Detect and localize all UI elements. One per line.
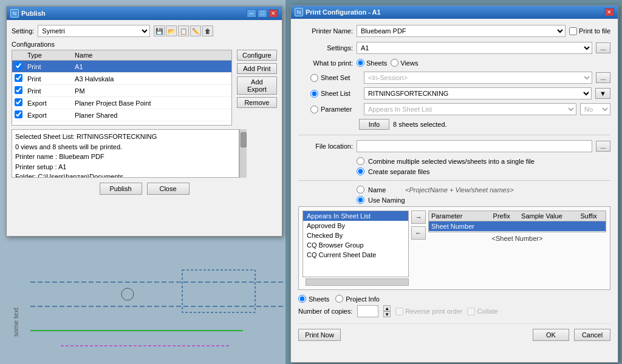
ok-button[interactable]: OK [533, 329, 569, 341]
sheet-preview: <Sheet Number> [428, 235, 606, 242]
sheet-set-radio[interactable] [310, 74, 318, 82]
name-value: <ProjectName + View/sheet names> [405, 186, 514, 194]
save-icon[interactable]: 💾 [154, 25, 165, 36]
file-location-row: File location: C:\Users\hanzan\Documents… [298, 140, 610, 152]
folder-open-icon[interactable]: 📂 [166, 25, 177, 36]
delete-icon[interactable]: 🗑 [202, 25, 213, 36]
sheet-set-select[interactable]: <In-Session> [364, 72, 592, 84]
print-to-file-checkbox[interactable] [569, 27, 577, 35]
row-checkbox[interactable] [15, 86, 22, 94]
sheets-radio[interactable] [357, 59, 364, 67]
use-naming-row: Use Naming [357, 196, 610, 204]
print-config-close-button[interactable]: ✕ [604, 8, 614, 16]
close-button[interactable]: Close [147, 183, 190, 195]
config-table-row[interactable]: Print A3 Halvskala [12, 73, 231, 85]
param-list-item[interactable]: Approved By [303, 221, 408, 231]
sheet-set-label: Sheet Set [321, 74, 360, 81]
row-type: Export [25, 97, 72, 109]
settings-select[interactable]: A1 [357, 42, 592, 54]
close-window-button[interactable]: ✕ [268, 9, 278, 18]
param-table-row[interactable]: Sheet Number [429, 221, 606, 232]
row-checkbox-cell[interactable] [12, 109, 25, 121]
col-check [12, 50, 25, 61]
row-checkbox-cell[interactable] [12, 61, 25, 73]
use-naming-radio[interactable] [357, 196, 364, 204]
project-info-radio[interactable] [335, 295, 343, 303]
printer-name-select[interactable]: Bluebeam PDF [357, 25, 566, 37]
views-radio[interactable] [391, 59, 398, 67]
sheets-bottom-radio[interactable] [298, 295, 306, 303]
param-table-wrapper: Parameter Prefix Sample Value Suffix She… [428, 211, 606, 242]
row-checkbox-cell[interactable] [12, 85, 25, 97]
print-now-button[interactable]: Print Now [298, 329, 341, 341]
row-checkbox[interactable] [15, 98, 22, 106]
create-separate-radio[interactable] [357, 167, 364, 175]
setting-select[interactable]: Symetri [38, 25, 150, 37]
add-param-button[interactable]: → [411, 211, 426, 224]
maximize-button[interactable]: □ [258, 9, 267, 18]
copy-icon[interactable]: 📋 [178, 25, 189, 36]
settings-more-button[interactable]: ... [596, 42, 610, 53]
minimize-button[interactable]: ─ [247, 9, 256, 18]
row-checkbox[interactable] [15, 110, 22, 118]
copies-up-button[interactable]: ▲ [383, 305, 391, 311]
parameter-select[interactable]: Appears In Sheet List [364, 103, 576, 115]
row-checkbox-cell[interactable] [12, 97, 25, 109]
name-row: Name <ProjectName + View/sheet names> [357, 186, 610, 194]
row-checkbox-cell[interactable] [12, 73, 25, 85]
param-list-item[interactable]: Checked By [303, 231, 408, 240]
row-name: PM [72, 85, 231, 97]
cancel-button[interactable]: Cancel [574, 329, 610, 341]
row-type: Print [25, 73, 72, 85]
add-export-button[interactable]: Add Export [237, 76, 277, 95]
configure-button[interactable]: Configure [237, 50, 277, 61]
file-location-more-button[interactable]: ... [596, 141, 610, 152]
param-list-item[interactable]: CQ Current Sheet Date [303, 250, 408, 260]
config-table-row[interactable]: Export Planer Project Base Point [12, 97, 231, 109]
parameter-radio[interactable] [310, 106, 318, 113]
settings-row: Settings: A1 ... [298, 42, 610, 54]
row-checkbox[interactable] [15, 62, 22, 70]
svg-point-3 [121, 288, 134, 300]
remove-param-button[interactable]: ← [411, 226, 426, 240]
copies-input[interactable]: 1 [357, 305, 378, 317]
param-list-item[interactable]: Appears In Sheet List [303, 211, 408, 221]
param-list-item[interactable]: CQ Browser Group [303, 240, 408, 250]
edit-icon[interactable]: ✏️ [190, 25, 201, 36]
what-to-print-label: What to print: [298, 59, 353, 67]
remove-button[interactable]: Remove [237, 97, 277, 108]
col-type: Type [25, 50, 72, 61]
add-print-button[interactable]: Add Print [237, 63, 277, 74]
row-name: A3 Halvskala [72, 73, 231, 85]
reverse-print-checkbox [395, 308, 403, 315]
separator2 [298, 180, 610, 181]
config-table-row[interactable]: Print PM [12, 85, 231, 97]
sheet-set-more-button[interactable]: ... [596, 72, 610, 83]
print-config-titlebar: N Print Configuration - A1 ✕ [291, 5, 618, 19]
reverse-print-label: Reverse print order [395, 308, 462, 315]
publish-button[interactable]: Publish [100, 183, 142, 195]
row-checkbox[interactable] [15, 74, 22, 82]
name-radio[interactable] [357, 186, 364, 194]
param-cell-prefix [491, 221, 519, 232]
sheet-list-radio[interactable] [310, 90, 318, 98]
col-suffix: Suffix [578, 211, 606, 221]
info-line5: Folder: C:\Users\hanzan\Documents [15, 172, 236, 178]
combine-row: Combine multiple selected views/sheets i… [357, 157, 610, 165]
combine-radio[interactable] [357, 157, 364, 165]
parameter-dropdown: Appears In Sheet ListApproved ByChecked … [302, 211, 409, 277]
sheet-list-select[interactable]: RITNINGSFORTECKNING [364, 87, 592, 99]
parameter-no-select[interactable]: No [580, 103, 610, 115]
config-table-row[interactable]: Export Planer Shared [12, 109, 231, 121]
info-scrollbar[interactable] [239, 129, 247, 178]
config-table-row[interactable]: Print A1 [12, 61, 231, 73]
sheet-list-more-button[interactable]: ▼ [595, 88, 610, 99]
copies-spinner: ▲ ▼ [383, 305, 391, 317]
info-button[interactable]: Info [359, 119, 389, 130]
param-scroll[interactable] [306, 278, 409, 286]
create-separate-row: Create separate files [357, 167, 610, 175]
file-location-input[interactable]: C:\Users\hanzan\Documents [357, 140, 592, 152]
settings-label: Settings: [298, 44, 353, 52]
copies-down-button[interactable]: ▼ [383, 311, 391, 317]
file-location-label: File location: [298, 143, 353, 150]
